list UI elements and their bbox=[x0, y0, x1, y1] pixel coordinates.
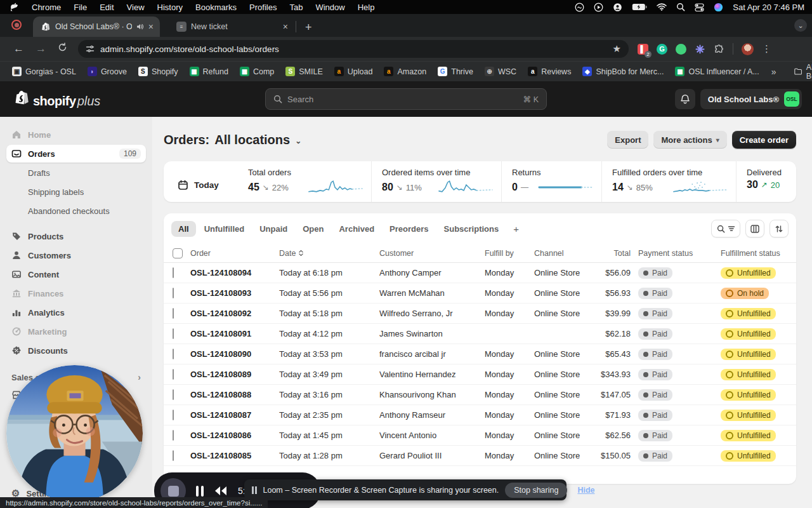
menu-item[interactable]: Window bbox=[309, 3, 351, 12]
control-center-icon[interactable] bbox=[695, 3, 704, 11]
search-filter-button[interactable] bbox=[711, 220, 740, 237]
restart-recording-icon[interactable] bbox=[214, 486, 228, 496]
sidebar-item[interactable]: Customers bbox=[6, 246, 146, 264]
spotlight-icon[interactable] bbox=[676, 3, 685, 11]
column-header[interactable]: Customer bbox=[379, 249, 485, 258]
user-icon[interactable] bbox=[613, 3, 622, 12]
tab-close-icon[interactable]: × bbox=[283, 22, 288, 32]
row-checkbox[interactable] bbox=[173, 349, 174, 359]
sidebar-item[interactable]: Analytics bbox=[6, 304, 146, 321]
column-header[interactable]: Channel bbox=[534, 249, 594, 258]
menu-item[interactable]: Help bbox=[351, 3, 381, 12]
pause-recording-button[interactable] bbox=[196, 486, 204, 497]
site-settings-icon[interactable] bbox=[86, 44, 95, 53]
metric-card[interactable]: Delivered 30 ↗ 20 bbox=[736, 161, 796, 202]
wifi-icon[interactable] bbox=[657, 3, 667, 11]
row-checkbox[interactable] bbox=[173, 430, 174, 441]
password-extension-icon[interactable]: ▌2 bbox=[638, 44, 648, 55]
date-range-button[interactable]: Today bbox=[164, 161, 238, 202]
webcam-bubble[interactable] bbox=[6, 365, 143, 502]
bookmark-item[interactable]: ▦ OSL Influencer / A... bbox=[669, 67, 764, 76]
create-order-button[interactable]: Create order bbox=[732, 131, 796, 149]
row-checkbox[interactable] bbox=[173, 389, 174, 400]
chrome-profile-avatar[interactable] bbox=[742, 43, 754, 55]
bookmark-item[interactable]: ▣ Gorgias - OSL bbox=[6, 67, 82, 76]
bookmark-item[interactable]: ▦ Comp bbox=[234, 67, 280, 76]
filter-tab[interactable]: Archived bbox=[332, 221, 381, 237]
shopify-plus-logo[interactable]: shopifyplus bbox=[15, 90, 100, 109]
select-all-checkbox[interactable] bbox=[173, 248, 183, 258]
tab-search-chevron-icon[interactable]: ⌄ bbox=[794, 19, 807, 32]
sort-button[interactable] bbox=[769, 220, 789, 237]
metric-card[interactable]: Ordered items over time 80 ↘ 11% bbox=[371, 161, 501, 202]
bookmark-item[interactable]: a Upload bbox=[329, 67, 379, 76]
column-header[interactable]: Payment status bbox=[638, 249, 721, 258]
chevron-down-icon[interactable]: ⌄ bbox=[295, 137, 301, 145]
notifications-button[interactable] bbox=[675, 89, 695, 109]
bookmark-item[interactable]: a Reviews bbox=[522, 67, 577, 76]
table-row[interactable]: OSL-124108085 Today at 1:28 pm Gerard Po… bbox=[164, 446, 796, 466]
metric-card[interactable]: Returns 0 — bbox=[501, 161, 601, 202]
battery-icon[interactable] bbox=[632, 3, 647, 11]
flower-extension-icon[interactable] bbox=[695, 44, 705, 55]
order-id[interactable]: OSL-124108089 bbox=[190, 370, 279, 379]
admin-search-input[interactable]: Search ⌘ K bbox=[265, 88, 547, 110]
tab-new-ticket[interactable]: ≡ New ticket × bbox=[169, 17, 294, 37]
all-bookmarks-button[interactable]: All Bookmarks bbox=[788, 63, 812, 81]
sidebar-item[interactable]: Orders 109 bbox=[6, 145, 146, 163]
table-row[interactable]: OSL-124108089 Today at 3:49 pm Valentino… bbox=[164, 364, 796, 385]
sidebar-item[interactable]: Home bbox=[6, 126, 146, 144]
menu-bar-clock[interactable]: Sat Apr 20 7:46 PM bbox=[733, 3, 804, 12]
bookmark-item[interactable]: ◆ ShipBob for Merc... bbox=[577, 67, 669, 76]
menu-item[interactable]: View bbox=[121, 3, 151, 12]
filter-tab[interactable]: Unpaid bbox=[252, 221, 294, 237]
order-id[interactable]: OSL-124108086 bbox=[190, 431, 279, 440]
filter-tab[interactable]: Preorders bbox=[383, 221, 435, 237]
table-row[interactable]: OSL-124108087 Today at 2:35 pm Anthony R… bbox=[164, 405, 796, 425]
order-id[interactable]: OSL-124108088 bbox=[190, 390, 279, 399]
column-header[interactable]: Total bbox=[594, 249, 638, 258]
grammarly-icon[interactable]: G bbox=[657, 44, 667, 55]
sidebar-item[interactable]: Finances bbox=[6, 284, 146, 302]
bookmark-item[interactable]: S Shopify bbox=[133, 67, 184, 76]
more-actions-button[interactable]: More actions▾ bbox=[653, 131, 726, 149]
sort-toggle-icon[interactable] bbox=[299, 250, 303, 256]
bookmark-star-icon[interactable]: ★ bbox=[613, 43, 621, 55]
table-row[interactable]: OSL-124108094 Today at 6:18 pm Anthony C… bbox=[164, 263, 796, 283]
location-selector[interactable]: All locations bbox=[214, 133, 290, 147]
order-id[interactable]: OSL-124108091 bbox=[190, 329, 279, 338]
sidebar-item[interactable]: Discounts bbox=[6, 342, 146, 359]
row-checkbox[interactable] bbox=[173, 369, 174, 380]
bookmark-item[interactable]: ⊕ WSC bbox=[479, 67, 522, 76]
table-row[interactable]: OSL-124108086 Today at 1:45 pm Vincent A… bbox=[164, 425, 796, 446]
hide-banner-button[interactable]: Hide bbox=[573, 486, 598, 495]
tab-old-school-labs[interactable]: Old School Labs® · Order × bbox=[33, 17, 160, 37]
stop-sharing-button[interactable]: Stop sharing bbox=[505, 483, 567, 498]
row-checkbox[interactable] bbox=[173, 328, 174, 339]
order-id[interactable]: OSL-124108087 bbox=[190, 410, 279, 420]
row-checkbox[interactable] bbox=[173, 288, 174, 298]
filter-tab[interactable]: Unfulfilled bbox=[197, 221, 252, 237]
table-row[interactable]: OSL-124108091 Today at 4:12 pm James Swi… bbox=[164, 324, 796, 344]
chrome-menu-icon[interactable]: ⋮ bbox=[762, 43, 772, 55]
row-checkbox[interactable] bbox=[173, 308, 174, 319]
table-row[interactable]: OSL-124108092 Today at 5:18 pm Wilfredo … bbox=[164, 304, 796, 324]
order-id[interactable]: OSL-124108092 bbox=[190, 309, 279, 318]
bookmark-item[interactable]: ◗ Groove bbox=[82, 67, 133, 76]
play-icon[interactable] bbox=[594, 3, 603, 12]
bookmarks-overflow-icon[interactable]: » bbox=[765, 67, 783, 77]
column-header[interactable]: Date bbox=[279, 249, 379, 258]
order-id[interactable]: OSL-124108090 bbox=[190, 349, 279, 359]
menu-item[interactable]: File bbox=[67, 3, 93, 12]
reload-button[interactable] bbox=[52, 43, 73, 55]
menu-item[interactable]: Bookmarks bbox=[189, 3, 243, 12]
forward-button[interactable]: → bbox=[30, 43, 52, 55]
row-checkbox[interactable] bbox=[173, 450, 174, 461]
tab-audio-icon[interactable] bbox=[136, 23, 144, 30]
metric-card[interactable]: Total orders 45 ↘ 22% bbox=[238, 161, 371, 202]
row-checkbox[interactable] bbox=[173, 410, 174, 420]
siri-icon[interactable] bbox=[714, 3, 723, 12]
store-menu-button[interactable]: Old School Labs® OSL bbox=[700, 89, 802, 109]
column-header[interactable]: Order bbox=[190, 249, 279, 258]
creative-cloud-icon[interactable] bbox=[575, 3, 584, 12]
